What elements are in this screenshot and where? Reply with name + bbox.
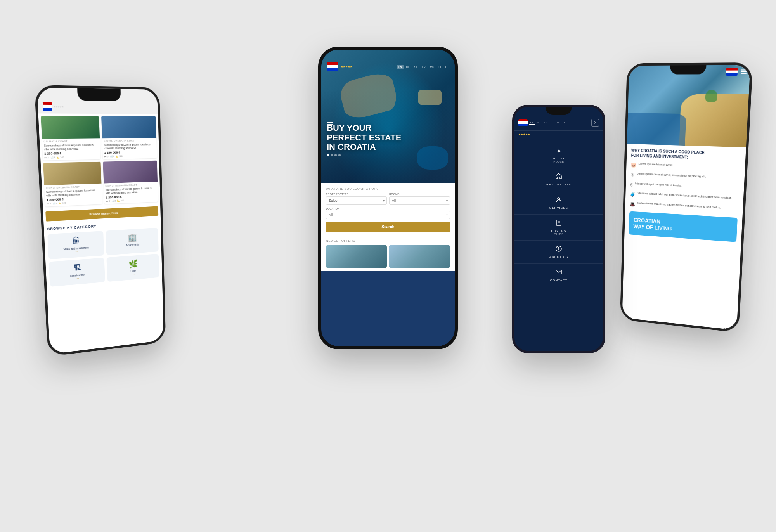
lang-switcher[interactable]: EN DE SK CZ MU SI IT [397,65,449,69]
notch-right [670,65,706,74]
nav-flag-badge [518,119,528,126]
nav-item-contact[interactable]: CONTACT [514,264,603,287]
flag-red [327,62,338,65]
lang-en[interactable]: EN [397,65,404,69]
benefit-text-2: Lorem ipsum dolor sit amet, consectetur … [637,172,706,179]
search-section-label: WHAT ARE YOU LOOKING FOR? [326,187,450,191]
nav-label-services: SERVICES [549,206,568,210]
nav-lang-sk[interactable]: SK [543,121,548,125]
hero-headline: BUY YOURPERFECT ESTATEIN CROATIA [327,123,401,152]
prop-meta-2: 🛏 3 🛁 2 📐 180 [104,154,156,158]
nav-sub-guide: GUIDE [554,233,564,236]
croatia-house-icon: ✦ [556,147,562,156]
logo-area: ★★★★★ [327,62,352,71]
category-apartments[interactable]: 🏢 Apartments → [106,228,159,255]
property-type-select[interactable]: Select Villa Apartment Land [326,196,387,205]
search-button[interactable]: Search [326,222,450,232]
scene: ★★★★★ Dalmatia Coast Surroundings of Lor… [0,0,776,532]
prop-card-img-2 [101,116,156,138]
location-select[interactable]: All Split Dubrovnik Zadar [326,211,450,219]
right-hero-tree [705,90,717,102]
real-estate-icon [555,173,562,182]
property-type-field: PROPERTY TYPE Select Villa Apartment Lan… [326,193,387,205]
prop-card-3[interactable]: Cioyo, Dalmatia Coast Surroundings of Lo… [43,162,102,207]
svg-point-0 [558,198,560,200]
nav-label-contact: CONTACT [550,279,567,282]
sun-icon: ☀ [630,172,635,178]
contact-icon [555,269,562,277]
apartment-icon: 🏢 [108,232,156,244]
nav-lang-switcher[interactable]: EN DE SK CZ HU SI IT [529,121,573,125]
dot-2 [331,154,333,156]
category-land[interactable]: 🌿 Land → [106,254,159,282]
flag-white [327,65,338,68]
newest-card-1[interactable] [326,245,387,268]
lang-mu[interactable]: MU [428,65,436,69]
right-cta-banner[interactable]: CROATIANWAY OF LIVING [629,211,738,242]
nav-item-about-us[interactable]: ABOUT US [514,241,603,264]
prop-price-1: 1 250 000 € [44,151,99,156]
newest-card-2[interactable] [389,245,450,268]
lang-cz[interactable]: CZ [421,65,427,69]
nav-item-buyers-guide[interactable]: BUYERS GUIDE [514,215,603,241]
nav-sub-house: HOUSE [553,160,564,163]
location-field: LOCATION All Split Dubrovnik Zadar [326,207,450,219]
category-villas[interactable]: 🏛 Villas and residences → [47,231,104,260]
prop-card-2[interactable]: Cioyo, Dalmatia Coast Surroundings of Lo… [101,116,157,159]
benefit-text-5: Nulla ultrices mauris ac sapien finibus … [637,201,721,210]
nav-lang-de[interactable]: DE [536,121,541,125]
nav-item-services[interactable]: SERVICES [514,191,603,215]
benefit-text-4: Vivamus aliquet nibh vel justo scelerisq… [637,191,732,200]
nav-lang-en[interactable]: EN [529,121,535,125]
newest-title: NEWEST OFFERS [326,239,450,243]
rating-stars: ★★★★★ [341,65,352,68]
property-type-label: PROPERTY TYPE [326,193,387,196]
lang-it[interactable]: IT [444,65,449,69]
buyers-guide-icon [555,219,562,228]
rfb-blue [726,73,738,76]
search-form: WHAT ARE YOU LOOKING FOR? PROPERTY TYPE … [321,183,455,236]
right-hero-water [627,113,686,146]
prop-title-1: Surroundings of Lorem ipsum, luxurious v… [44,143,99,151]
prop-card-4[interactable]: Cioyo, Dalmatia Coast Surroundings of Lo… [103,161,158,204]
nav-menu: ✦ CROATIA HOUSE REAL ESTATE [514,139,603,291]
category-construction[interactable]: 🏗 Construction → [49,258,105,287]
location-select-wrap[interactable]: All Split Dubrovnik Zadar [326,211,450,219]
prop-card-info-3: Cioyo, Dalmatia Coast Surroundings of Lo… [44,184,102,207]
lang-sk[interactable]: SK [413,65,419,69]
prop-location-1: Dalmatia Coast [44,140,99,143]
right-phone-header [726,68,747,76]
right-hero [627,65,750,147]
luggage-icon: 🧳 [630,191,636,198]
rooms-select[interactable]: All 1 2 3+ [389,196,450,205]
dot-3 [334,154,337,156]
browse-category-section: BROWSE BY CATEGORY 🏛 Villas and residenc… [44,218,162,290]
property-type-select-wrap[interactable]: Select Villa Apartment Land [326,196,387,205]
svg-rect-8 [556,270,561,274]
prop-card-1[interactable]: Dalmatia Coast Surroundings of Lorem ips… [41,116,100,161]
hamburger-line-1 [327,121,333,121]
nav-lang-cz[interactable]: CZ [549,121,555,125]
right-content: WHY CROATIA IS SUCH A GOOD PLACEFOR LIVI… [624,144,746,246]
lang-de[interactable]: DE [405,65,412,69]
pig-icon: 🐷 [631,162,637,169]
lang-si[interactable]: SI [437,65,443,69]
nav-lang-it[interactable]: IT [568,121,573,125]
about-us-icon [555,245,562,254]
nav-lang-hu[interactable]: HU [556,121,562,125]
nav-label-about: ABOUT US [549,255,568,259]
center-flag-badge [327,62,338,71]
nav-close-button[interactable]: X [591,119,599,127]
dot-4 [338,154,341,156]
category-grid: 🏛 Villas and residences → 🏢 Apartments →… [47,228,159,287]
rooms-select-wrap[interactable]: All 1 2 3+ [389,196,450,205]
phone-left: ★★★★★ Dalmatia Coast Surroundings of Lor… [34,85,166,357]
nav-item-real-estate[interactable]: REAL ESTATE [514,168,603,191]
nav-lang-si[interactable]: SI [563,121,567,125]
services-icon [555,196,562,205]
nav-item-croatia-house[interactable]: ✦ CROATIA HOUSE [514,142,603,168]
prop-card-img-1 [41,116,100,139]
right-page-title: WHY CROATIA IS SUCH A GOOD PLACEFOR LIVI… [631,148,741,162]
right-hamburger[interactable] [741,69,747,74]
phone-center: ★★★★★ EN DE SK CZ MU SI IT [318,47,458,349]
